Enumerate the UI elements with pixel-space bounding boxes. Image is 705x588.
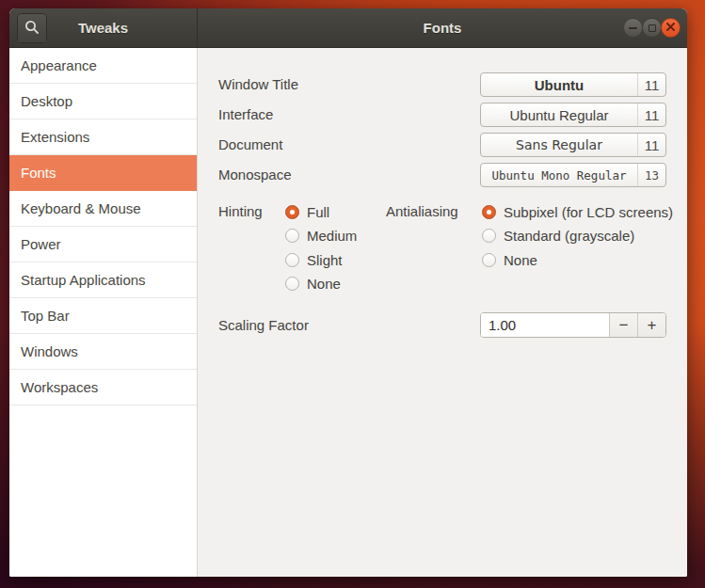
scaling-factor-input[interactable] [481,313,609,337]
radio-icon [285,205,299,219]
antialiasing-label: Antialiasing [386,203,458,220]
increase-button[interactable]: + [637,313,665,337]
tweaks-window: Tweaks Fonts [9,8,687,577]
radio-label: None [504,252,537,268]
radio-label: Standard (grayscale) [504,228,634,244]
sidebar: Appearance Desktop Extensions Fonts Keyb… [9,48,198,577]
sidebar-item-fonts[interactable]: Fonts [9,155,197,191]
sidebar-item-appearance[interactable]: Appearance [9,48,197,84]
font-size: 11 [637,103,665,126]
monospace-label: Monospace [218,163,292,187]
font-name: Ubuntu [481,73,637,96]
font-size: 11 [637,134,665,156]
page-title: Fonts [424,20,462,36]
hinting-label: Hinting [218,203,263,220]
radio-icon [285,277,299,291]
hinting-radio-none[interactable]: None [285,275,341,292]
hinting-radio-full[interactable]: Full [285,203,329,220]
radio-icon [285,229,299,243]
interface-label: Interface [218,103,273,127]
sidebar-item-workspaces[interactable]: Workspaces [9,370,197,405]
titlebar[interactable]: Tweaks Fonts [9,8,687,48]
radio-icon [482,205,496,219]
font-name: Ubuntu Regular [481,103,637,126]
font-name: Ubuntu Mono Regular [481,164,637,186]
window-title-label: Window Title [218,72,298,97]
titlebar-content-section: Fonts [198,8,687,47]
maximize-button[interactable] [642,18,662,38]
sidebar-item-desktop[interactable]: Desktop [9,84,197,119]
radio-label: Full [307,204,329,220]
document-label: Document [218,133,282,157]
close-icon [665,21,676,35]
hinting-radio-medium[interactable]: Medium [285,227,357,244]
sidebar-item-windows[interactable]: Windows [9,334,197,370]
antialiasing-radio-standard[interactable]: Standard (grayscale) [482,227,634,244]
antialiasing-radio-none[interactable]: None [482,251,537,268]
desktop-wallpaper: Tweaks Fonts [0,0,705,588]
radio-label: Slight [307,252,343,268]
scaling-factor-label: Scaling Factor [218,317,309,334]
hinting-radio-slight[interactable]: Slight [285,251,343,268]
sidebar-item-extensions[interactable]: Extensions [9,119,197,155]
font-name: Sans Regular [481,134,637,156]
radio-icon [285,253,299,267]
sidebar-item-keyboard-mouse[interactable]: Keyboard & Mouse [9,191,197,227]
scaling-factor-spinbox: − + [480,312,666,338]
sidebar-item-top-bar[interactable]: Top Bar [9,298,197,334]
radio-icon [482,229,496,243]
sidebar-item-startup-applications[interactable]: Startup Applications [9,262,197,298]
maximize-icon [649,24,656,32]
window-controls [624,18,681,38]
monospace-font-button[interactable]: Ubuntu Mono Regular 13 [480,163,666,187]
radio-icon [482,253,496,267]
close-button[interactable] [661,18,681,38]
minimize-button[interactable] [623,18,643,38]
app-title: Tweaks [78,20,128,36]
radio-label: Medium [307,228,357,244]
decrease-button[interactable]: − [609,313,637,337]
font-size: 13 [637,164,665,186]
fonts-panel: Window Title Ubuntu 11 Interface Ubuntu … [198,48,687,577]
radio-label: Subpixel (for LCD screens) [504,204,673,220]
interface-font-button[interactable]: Ubuntu Regular 11 [480,103,666,127]
window-body: Appearance Desktop Extensions Fonts Keyb… [9,48,687,577]
minimize-icon [629,27,637,29]
window-title-font-button[interactable]: Ubuntu 11 [480,72,666,97]
sidebar-item-power[interactable]: Power [9,227,197,262]
font-size: 11 [637,73,665,96]
antialiasing-radio-subpixel[interactable]: Subpixel (for LCD screens) [482,203,673,220]
search-button[interactable] [17,13,47,43]
document-font-button[interactable]: Sans Regular 11 [480,133,666,157]
titlebar-sidebar-section: Tweaks [9,8,198,47]
radio-label: None [307,276,341,292]
search-icon [24,19,40,39]
